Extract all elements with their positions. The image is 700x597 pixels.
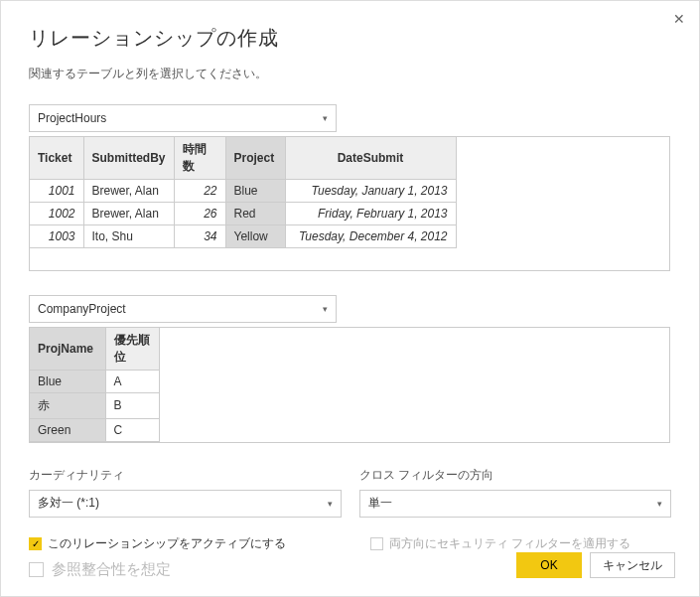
table2-select[interactable]: CompanyProject ▾ — [29, 295, 337, 323]
table1-select[interactable]: ProjectHours ▾ — [29, 104, 337, 132]
chevron-down-icon: ▾ — [323, 113, 328, 123]
table1-header[interactable]: Project — [225, 137, 285, 180]
checkbox-checked-icon: ✓ — [29, 537, 42, 550]
crossfilter-select[interactable]: 単一 ▾ — [359, 490, 672, 518]
table1-header[interactable]: SubmittedBy — [83, 137, 174, 180]
table2-header[interactable]: ProjName — [30, 328, 105, 371]
table-cell: 1003 — [30, 225, 83, 248]
table-row[interactable]: 1003Ito, Shu34YellowTuesday, December 4,… — [30, 225, 456, 248]
dialog-title: リレーションシップの作成 — [29, 25, 671, 52]
table-cell: Green — [30, 418, 105, 441]
checkbox-icon — [29, 562, 44, 577]
table-row[interactable]: BlueA — [30, 370, 159, 392]
table-cell: 赤 — [30, 392, 105, 418]
table2-select-value: CompanyProject — [38, 302, 126, 316]
referential-checkbox-row: 参照整合性を想定 — [29, 560, 331, 579]
table-blank — [30, 248, 456, 270]
checkbox-icon — [370, 537, 383, 550]
table-row[interactable]: 1002Brewer, Alan26RedFriday, February 1,… — [30, 203, 456, 225]
table2-preview: ProjName優先順位 BlueA赤BGreenC — [29, 327, 670, 443]
table1-header[interactable]: DateSubmit — [285, 137, 456, 180]
ok-button[interactable]: OK — [516, 552, 582, 578]
table-cell: Ito, Shu — [83, 225, 174, 248]
table-cell: B — [105, 392, 159, 418]
active-checkbox-row[interactable]: ✓ このリレーションシップをアクティブにする — [29, 535, 331, 552]
table-cell: 1002 — [30, 203, 83, 225]
chevron-down-icon: ▾ — [323, 304, 328, 314]
dialog-subtitle: 関連するテーブルと列を選択してください。 — [29, 66, 671, 82]
crossfilter-value: 単一 — [368, 495, 392, 512]
cardinality-value: 多対一 (*:1) — [38, 495, 99, 512]
table-cell: Tuesday, January 1, 2013 — [285, 180, 456, 203]
table-cell: Brewer, Alan — [83, 203, 174, 225]
cardinality-label: カーディナリティ — [29, 467, 342, 484]
table-cell: 22 — [174, 180, 225, 203]
table1-header[interactable]: Ticket — [30, 137, 83, 180]
table2-header[interactable]: 優先順位 — [105, 328, 159, 371]
table-cell: Tuesday, December 4, 2012 — [285, 225, 456, 248]
bothsecurity-checkbox-label: 両方向にセキュリティ フィルターを適用する — [389, 535, 630, 552]
table-cell: 26 — [174, 203, 225, 225]
table-row[interactable]: 1001Brewer, Alan22BlueTuesday, January 1… — [30, 180, 456, 203]
table-row[interactable]: 赤B — [30, 392, 159, 418]
table-cell: Yellow — [225, 225, 285, 248]
table-cell: Friday, February 1, 2013 — [285, 203, 456, 225]
table-cell: Blue — [30, 370, 105, 392]
crossfilter-label: クロス フィルターの方向 — [359, 467, 672, 484]
cardinality-select[interactable]: 多対一 (*:1) ▾ — [29, 490, 342, 518]
table1-header[interactable]: 時間数 — [174, 137, 225, 180]
cancel-button[interactable]: キャンセル — [590, 552, 675, 578]
table-cell: C — [105, 418, 159, 441]
table-cell: 1001 — [30, 180, 83, 203]
table-cell: Brewer, Alan — [83, 180, 174, 203]
table1-preview: TicketSubmittedBy時間数ProjectDateSubmit 10… — [29, 136, 670, 271]
active-checkbox-label: このリレーションシップをアクティブにする — [48, 535, 286, 552]
close-icon[interactable]: ✕ — [673, 11, 685, 27]
chevron-down-icon: ▾ — [328, 499, 333, 509]
chevron-down-icon: ▾ — [657, 499, 662, 509]
table-cell: Blue — [225, 180, 285, 203]
table-row[interactable]: GreenC — [30, 418, 159, 441]
referential-checkbox-label: 参照整合性を想定 — [52, 560, 171, 579]
table1-select-value: ProjectHours — [38, 111, 106, 125]
table-cell: 34 — [174, 225, 225, 248]
bothsecurity-checkbox-row: 両方向にセキュリティ フィルターを適用する — [370, 535, 672, 552]
table-cell: Red — [225, 203, 285, 225]
table-cell: A — [105, 370, 159, 392]
